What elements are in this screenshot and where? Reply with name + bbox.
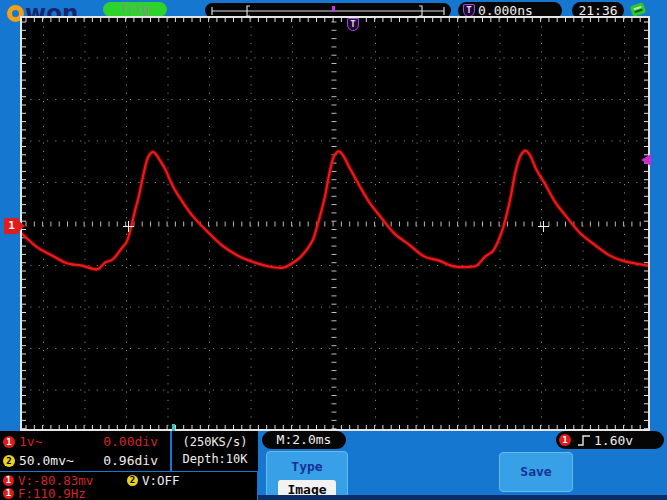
waveform-trace [22, 151, 648, 270]
record-depth: Depth:10K [172, 451, 258, 468]
ch1-frequency: F:110.9Hz [18, 486, 86, 500]
trigger-level-readout: 1 1.60v [556, 431, 664, 449]
timebase-readout: M:2.0ms [262, 431, 346, 449]
rising-edge-icon [577, 434, 592, 447]
graticule-cross-left-icon [123, 221, 134, 232]
type-softkey-button[interactable]: Type Image [266, 451, 348, 500]
channel-info-panel: 1 1v~ 0.00div 2 50.0mv~ 0.96div [0, 431, 170, 471]
trigger-source-badge: 1 [559, 434, 571, 446]
type-label: Type [267, 459, 347, 474]
trigger-level-value: 1.60v [594, 433, 633, 448]
ch2-voltage: V:OFF [142, 473, 180, 488]
ch1-badge: 1 [3, 436, 15, 448]
waveform-trace-glow [22, 151, 648, 270]
ch1-scale: 1v~ [19, 434, 42, 449]
graticule-cross-right-icon [538, 221, 549, 232]
ch2-scale: 50.0mv~ [19, 453, 74, 468]
ch1-badge: 1 [3, 488, 14, 499]
ch1-position: 0.00div [103, 434, 158, 449]
sample-rate: (250KS/s) [172, 434, 258, 451]
ch1-frequency-row: 1 F:110.9Hz [0, 486, 86, 500]
save-button[interactable]: Save [499, 452, 573, 492]
ch2-badge: 2 [127, 475, 138, 486]
graticule-and-trace [22, 18, 648, 429]
trigger-horizontal-marker[interactable]: T [347, 18, 359, 31]
trigger-status-badge: Trig [103, 2, 167, 17]
ch2-position: 0.96div [103, 453, 158, 468]
ch1-info-row: 1 1v~ 0.00div [0, 432, 170, 451]
bottom-divider [258, 495, 667, 500]
acquisition-panel: (250KS/s) Depth:10K [172, 431, 258, 471]
usb-storage-icon [630, 2, 647, 17]
ch1-position-marker[interactable]: 1 [4, 218, 19, 234]
ch2-info-row: 2 50.0mv~ 0.96div [0, 451, 170, 470]
oscilloscope-bezel: won Trig T 0.000ns 21:36 T 1 1 1v~ 0.00d… [0, 0, 667, 500]
waveform-screen: T 1 [20, 16, 650, 431]
ch1-badge: 1 [3, 475, 14, 486]
ch2-voltage-row: 2 V:OFF [124, 473, 180, 487]
trigger-position-tick [332, 6, 335, 12]
measurement-panel: 1 V:-80.83mv 2 V:OFF 1 F:110.9Hz [0, 472, 257, 500]
trigger-level-arrow-icon[interactable] [641, 154, 651, 166]
ch2-badge: 2 [3, 455, 15, 467]
